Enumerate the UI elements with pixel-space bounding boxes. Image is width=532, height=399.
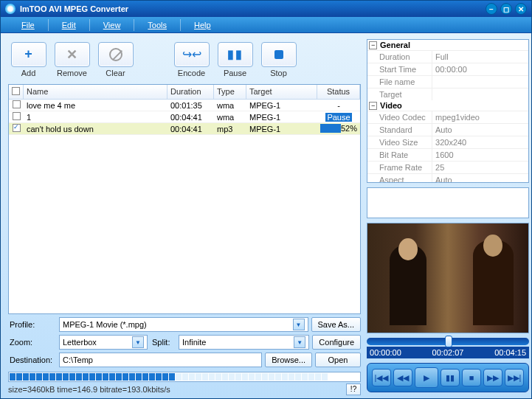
seek-slider[interactable] <box>367 338 529 345</box>
prop-value[interactable]: Auto <box>432 124 528 136</box>
cell-target: MPEG-1 <box>246 124 317 134</box>
encode-label: Encode <box>178 69 205 77</box>
prev-button[interactable]: |◀◀ <box>372 369 391 386</box>
prop-value[interactable]: 320x240 <box>432 136 528 148</box>
cell-status: 52% <box>317 123 360 135</box>
clear-button[interactable] <box>98 42 134 67</box>
stop-icon <box>274 50 283 59</box>
slider-thumb[interactable] <box>445 336 452 347</box>
destination-field[interactable]: C:\Temp <box>59 353 262 367</box>
cell-type: wma <box>214 100 246 111</box>
prop-key: File name <box>367 76 432 88</box>
collapse-icon[interactable]: − <box>369 41 377 49</box>
menu-tools[interactable]: Tools <box>140 18 174 32</box>
close-button[interactable]: ✕ <box>515 3 527 15</box>
prop-key: Video Codec <box>367 111 432 123</box>
prop-value[interactable]: 00:00:00 <box>432 63 528 75</box>
pause-icon: ▮▮ <box>227 47 243 61</box>
prop-key: Standard <box>367 124 432 136</box>
time-current: 00:02:07 <box>432 348 464 357</box>
table-row[interactable]: can't hold us down00:04:41mp3MPEG-152% <box>9 123 360 135</box>
title-bar: ImTOO AVI MPEG Converter − ◻ ✕ <box>1 1 531 17</box>
pause-label: Pause <box>224 69 246 77</box>
forward-button[interactable]: ▶▶ <box>483 369 502 386</box>
encode-button[interactable]: ↪↩ <box>174 42 210 67</box>
prop-key: Bit Rate <box>367 149 432 161</box>
prop-key: Start Time <box>367 63 432 75</box>
prop-key: Duration <box>367 51 432 63</box>
header-type[interactable]: Type <box>214 85 246 99</box>
open-button[interactable]: Open <box>315 353 361 367</box>
zoom-combo[interactable]: Letterbox▼ <box>59 335 148 350</box>
table-row[interactable]: love me 4 me00:01:35wmaMPEG-1- <box>9 100 360 111</box>
profile-label: Profile: <box>8 320 56 329</box>
configure-button[interactable]: Configure <box>312 335 361 350</box>
group-name: Video <box>380 101 402 110</box>
menu-file[interactable]: File <box>14 18 42 32</box>
pause-button[interactable]: ▮▮ <box>218 42 253 67</box>
split-value: Infinite <box>182 338 206 347</box>
destination-label: Destination: <box>8 355 56 364</box>
cell-status: Pause <box>317 112 360 122</box>
cell-target: MPEG-1 <box>246 100 317 111</box>
app-logo-icon <box>5 4 15 14</box>
prop-value[interactable] <box>432 89 528 100</box>
minimize-button[interactable]: − <box>486 3 497 15</box>
row-checkbox[interactable] <box>13 100 21 108</box>
split-combo[interactable]: Infinite▼ <box>179 335 309 350</box>
remove-button[interactable]: ✕ <box>55 42 90 67</box>
prop-value[interactable]: Full <box>432 51 528 63</box>
rewind-button[interactable]: ◀◀ <box>393 369 412 386</box>
prop-key: Frame Rate <box>367 162 432 173</box>
profile-value: MPEG-1 Movie (*.mpg) <box>63 320 147 329</box>
status-badge: Pause <box>325 113 351 122</box>
help-button[interactable]: !? <box>346 384 361 395</box>
menu-help[interactable]: Help <box>187 18 218 32</box>
group-name: General <box>380 41 410 49</box>
chevron-down-icon: ▼ <box>132 336 144 348</box>
header-target[interactable]: Target <box>246 85 317 99</box>
zoom-value: Letterbox <box>63 338 97 347</box>
menu-edit[interactable]: Edit <box>55 18 83 32</box>
cell-name: love me 4 me <box>24 100 167 111</box>
prop-value[interactable]: mpeg1video <box>432 111 528 123</box>
property-grid[interactable]: −GeneralDurationFullStart Time00:00:00Fi… <box>367 39 529 183</box>
menu-bar: File Edit View Tools Help <box>1 17 531 33</box>
status-text: size=3460kB time=146.9 bitrate=193.0kbit… <box>8 385 346 394</box>
save-as-button[interactable]: Save As... <box>311 317 362 332</box>
description-box <box>367 187 529 218</box>
player-pause-button[interactable]: ▮▮ <box>441 369 460 386</box>
header-status[interactable]: Status <box>317 85 360 99</box>
chevron-down-icon: ▼ <box>293 319 305 330</box>
header-name[interactable]: Name <box>24 85 167 99</box>
profile-combo[interactable]: MPEG-1 Movie (*.mpg)▼ <box>59 317 308 332</box>
video-preview[interactable] <box>367 223 529 333</box>
play-button[interactable]: ▶ <box>415 367 438 388</box>
next-button[interactable]: ▶▶| <box>505 369 524 386</box>
stop-button[interactable] <box>261 42 297 67</box>
prop-value[interactable] <box>432 76 528 88</box>
progress-bar <box>8 372 361 382</box>
cell-name: can't hold us down <box>24 124 167 134</box>
zoom-label: Zoom: <box>8 338 56 347</box>
player-stop-button[interactable]: ■ <box>462 369 481 386</box>
row-checkbox[interactable] <box>13 112 21 120</box>
collapse-icon[interactable]: − <box>369 102 377 110</box>
prop-key: Aspect <box>367 174 432 183</box>
chevron-down-icon: ▼ <box>294 336 305 348</box>
add-button[interactable]: + <box>11 42 46 67</box>
toolbar: +Add ✕Remove Clear ↪↩Encode ▮▮Pause Stop <box>8 39 361 80</box>
stop-label: Stop <box>270 69 287 77</box>
clear-label: Clear <box>106 69 125 77</box>
header-duration[interactable]: Duration <box>167 85 214 99</box>
prop-value[interactable]: 25 <box>432 162 528 173</box>
prop-value[interactable]: Auto <box>432 174 528 183</box>
cell-type: wma <box>214 112 246 122</box>
header-checkbox[interactable] <box>9 85 24 99</box>
menu-view[interactable]: View <box>96 18 128 32</box>
prop-value[interactable]: 1600 <box>432 149 528 161</box>
browse-button[interactable]: Browse... <box>265 353 312 367</box>
row-checkbox[interactable] <box>13 124 21 132</box>
maximize-button[interactable]: ◻ <box>500 3 512 15</box>
table-row[interactable]: 100:04:41wmaMPEG-1Pause <box>9 111 360 123</box>
